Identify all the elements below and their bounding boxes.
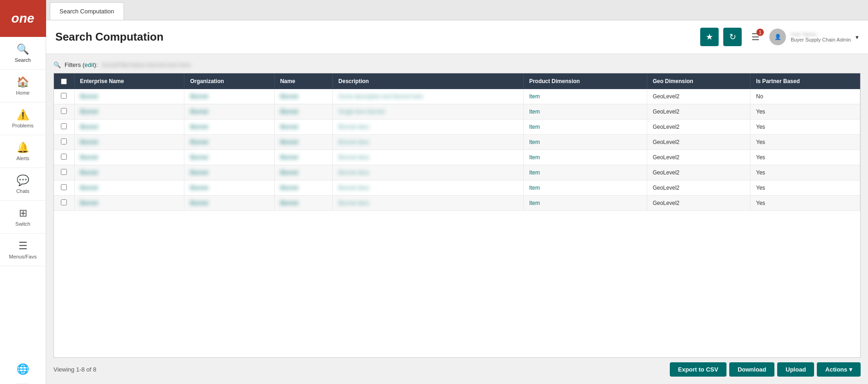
row-checkbox-6[interactable] [61,184,67,190]
sidebar-item-switch[interactable]: ⊞ Switch [0,201,46,234]
sidebar-item-globe[interactable]: 🌐 [17,357,29,384]
row-checkbox-5[interactable] [61,169,67,175]
sidebar-item-chats[interactable]: 💬 Chats [0,168,46,201]
row-checkbox-cell [54,196,74,211]
cell-geo-dimension: GeoLevel2 [647,165,750,180]
cell-is-partner-based: Yes [750,150,860,165]
table-row: Blurred Blurred Blurred Blurred desc Ite… [54,135,860,150]
cell-organization: Blurred [184,104,274,120]
upload-button[interactable]: Upload [777,362,814,377]
sidebar-item-label: Home [16,90,30,96]
row-checkbox-3[interactable] [61,138,67,144]
cell-description: Blurred desc [333,196,524,211]
tab-label: Search Computation [59,8,114,15]
download-button[interactable]: Download [729,362,774,377]
cell-is-partner-based: Yes [750,180,860,196]
column-organization: Organization [184,73,274,89]
row-checkbox-cell [54,135,74,150]
cell-description: Single item blurred [333,104,524,120]
cell-geo-dimension: GeoLevel2 [647,196,750,211]
cell-enterprise-name: Blurred [74,165,184,180]
cell-is-partner-based: Yes [750,120,860,135]
sidebar-item-menus[interactable]: ☰ Menus/Favs [0,234,46,266]
chat-icon: 💬 [17,174,29,186]
cell-product-dimension: Item [523,150,647,165]
viewing-label: Viewing 1-8 of 8 [53,366,96,373]
data-table: Enterprise Name Organization Name Descri… [54,73,860,211]
cell-name: Blurred [274,120,332,135]
main-content: Search Computation Search Computation ★ … [46,0,868,384]
cell-name: Blurred [274,104,332,120]
cell-organization: Blurred [184,180,274,196]
cell-geo-dimension: GeoLevel2 [647,89,750,104]
refresh-button[interactable]: ↻ [723,28,742,46]
user-info: User Name Buyer Supply Chain Admin [791,31,851,42]
table-body: Blurred Blurred Blurred Some description… [54,89,860,211]
star-button[interactable]: ★ [700,28,719,46]
footer: Viewing 1-8 of 8 Export to CSV Download … [53,358,861,377]
sidebar-item-search[interactable]: 🔍 Search [0,37,46,70]
cell-name: Blurred [274,196,332,211]
row-checkbox-7[interactable] [61,199,67,205]
dropdown-arrow-icon: ▾ [856,34,859,41]
cell-description: Some description text blurred here [333,89,524,104]
cell-description: Blurred desc [333,150,524,165]
column-select [54,73,74,89]
sidebar-item-label: Chats [16,188,30,194]
footer-buttons: Export to CSV Download Upload Actions ▾ [670,362,861,377]
user-dropdown-button[interactable]: ▾ [856,34,859,41]
column-description: Description [333,73,524,89]
cell-geo-dimension: GeoLevel2 [647,180,750,196]
cell-name: Blurred [274,180,332,196]
cell-is-partner-based: Yes [750,165,860,180]
bell-icon: 🔔 [17,142,29,154]
cell-enterprise-name: Blurred [74,104,184,120]
refresh-icon: ↻ [729,32,736,42]
cell-organization: Blurred [184,150,274,165]
cell-is-partner-based: Yes [750,135,860,150]
row-checkbox-1[interactable] [61,108,67,114]
table-row: Blurred Blurred Blurred Blurred desc Ite… [54,120,860,135]
page-header: Search Computation ★ ↻ ☰ 1 👤 User Name B… [46,20,868,54]
row-checkbox-cell [54,120,74,135]
tab-search-computation[interactable]: Search Computation [50,2,124,20]
avatar: 👤 [769,29,786,45]
sidebar-item-problems[interactable]: ⚠️ Problems [0,102,46,135]
cell-description: Blurred desc [333,135,524,150]
cell-description: Blurred desc [333,180,524,196]
cell-product-dimension: Item [523,89,647,104]
row-checkbox-4[interactable] [61,154,67,160]
sidebar-item-label: Search [15,57,31,63]
row-checkbox-cell [54,150,74,165]
row-checkbox-0[interactable] [61,93,67,99]
sidebar-item-alerts[interactable]: 🔔 Alerts [0,135,46,168]
page-title: Search Computation [55,30,164,43]
avatar-placeholder: 👤 [774,34,781,40]
app-logo[interactable]: one [0,0,46,37]
cell-description: Blurred desc [333,165,524,180]
home-icon: 🏠 [17,76,29,88]
cell-description: Blurred desc [333,120,524,135]
data-table-container: Enterprise Name Organization Name Descri… [53,73,861,358]
cell-product-dimension: Item [523,165,647,180]
export-csv-button[interactable]: Export to CSV [670,362,726,377]
row-checkbox-2[interactable] [61,123,67,129]
switch-icon: ⊞ [19,207,27,219]
cell-name: Blurred [274,89,332,104]
select-all-checkbox[interactable] [61,78,67,84]
column-product-dimension: Product Dimension [523,73,647,89]
sidebar-item-home[interactable]: 🏠 Home [0,70,46,102]
sidebar-item-label: Alerts [16,156,29,161]
table-header-row: Enterprise Name Organization Name Descri… [54,73,860,89]
cell-organization: Blurred [184,196,274,211]
table-row: Blurred Blurred Blurred Blurred desc Ite… [54,196,860,211]
cell-enterprise-name: Blurred [74,150,184,165]
cell-geo-dimension: GeoLevel2 [647,135,750,150]
filters-edit-link[interactable]: edit [84,61,94,68]
cell-name: Blurred [274,135,332,150]
cell-product-dimension: Item [523,196,647,211]
user-role: Buyer Supply Chain Admin [791,37,851,42]
actions-button[interactable]: Actions ▾ [817,362,861,377]
notifications-button[interactable]: ☰ 1 [746,28,765,46]
table-row: Blurred Blurred Blurred Blurred desc Ite… [54,150,860,165]
